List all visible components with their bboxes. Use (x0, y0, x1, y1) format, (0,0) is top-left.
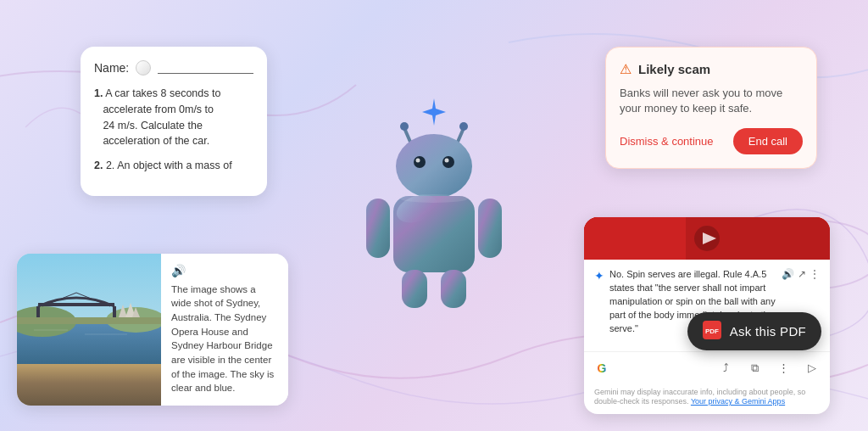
warning-icon: ⚠ (620, 61, 632, 77)
volume-icon[interactable]: 🔊 (782, 268, 794, 280)
ask-pdf-label: Ask this PDF (730, 324, 806, 339)
name-underline (158, 62, 253, 74)
more-icon[interactable]: ⋮ (810, 268, 820, 280)
quiz-name-row: Name: (94, 60, 253, 76)
svg-point-16 (400, 194, 468, 203)
scam-header: ⚠ Likely scam (620, 61, 803, 77)
sydney-text-header: 🔊 (171, 264, 278, 277)
share-button[interactable]: ⤴ (715, 357, 737, 379)
google-logo[interactable]: G (591, 357, 613, 379)
scam-actions: Dismiss & continue End call (620, 128, 803, 154)
svg-point-8 (416, 159, 420, 163)
scam-title: Likely scam (638, 62, 710, 76)
share-icon[interactable]: ↗ (798, 268, 806, 280)
svg-rect-30 (584, 217, 686, 260)
sydney-image (17, 254, 161, 406)
quiz-card: Name: 1. A car takes 8 seconds to accele… (81, 47, 267, 196)
gemini-action-icons: 🔊 ↗ ⋮ (782, 268, 820, 280)
gemini-card-image (584, 217, 830, 260)
svg-rect-12 (366, 199, 390, 258)
gemini-toolbar: G ⤴ ⧉ ⋮ ▷ (584, 351, 830, 384)
copy-button[interactable]: ⧉ (743, 357, 765, 379)
forward-button[interactable]: ▷ (801, 357, 823, 379)
sydney-description: The image shows a wide shot of Sydney, A… (171, 283, 278, 395)
scam-body-text: Banks will never ask you to move your mo… (620, 86, 803, 116)
quiz-question-1: 1. A car takes 8 seconds to accelerate f… (94, 86, 253, 149)
svg-point-9 (445, 159, 449, 163)
svg-rect-13 (478, 199, 502, 258)
svg-rect-15 (441, 270, 466, 308)
scam-alert-card: ⚠ Likely scam Banks will never ask you t… (605, 47, 817, 169)
quiz-name-label: Name: (94, 61, 129, 75)
gemini-sparkle-icon: ✦ (594, 269, 604, 283)
svg-point-4 (459, 122, 468, 131)
svg-rect-26 (17, 317, 161, 324)
quiz-question-2: 2. 2. An object with a mass of (94, 158, 253, 174)
dismiss-button[interactable]: Dismiss & continue (620, 132, 714, 151)
end-call-button[interactable]: End call (733, 128, 803, 154)
sydney-card: 🔊 The image shows a wide shot of Sydney,… (17, 254, 288, 406)
pdf-icon: PDF (703, 321, 721, 342)
ask-pdf-bar[interactable]: PDF Ask this PDF (687, 312, 821, 350)
svg-text:PDF: PDF (705, 327, 719, 335)
more-options-button[interactable]: ⋮ (772, 357, 794, 379)
gemini-footer: Gemini may display inaccurate info, incl… (584, 384, 830, 414)
gemini-privacy-link[interactable]: Your privacy & Gemini Apps (691, 397, 785, 406)
android-figure (341, 73, 527, 311)
svg-point-5 (396, 134, 472, 199)
audio-icon: 🔊 (171, 264, 186, 277)
sydney-text-panel: 🔊 The image shows a wide shot of Sydney,… (161, 254, 288, 406)
svg-point-7 (442, 156, 454, 168)
svg-point-6 (414, 156, 426, 168)
color-picker-indicator (136, 60, 151, 76)
svg-rect-14 (402, 270, 427, 308)
svg-point-3 (400, 122, 409, 131)
